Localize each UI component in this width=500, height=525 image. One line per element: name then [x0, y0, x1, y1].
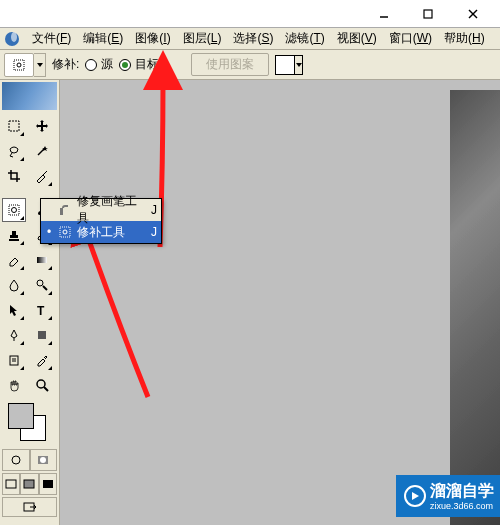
play-icon — [404, 485, 426, 507]
menu-file[interactable]: 文件(F) — [26, 28, 77, 49]
svg-rect-28 — [24, 480, 34, 488]
svg-rect-12 — [9, 205, 19, 215]
app-icon — [4, 31, 20, 47]
menubar: 文件(F) 编辑(E) 图像(I) 图层(L) 选择(S) 滤镜(T) 视图(V… — [0, 28, 500, 50]
stamp-tool[interactable] — [2, 223, 26, 247]
current-tool-well[interactable] — [4, 53, 34, 77]
toolbox: T — [0, 80, 60, 525]
menu-image[interactable]: 图像(I) — [129, 28, 176, 49]
svg-marker-36 — [412, 492, 419, 500]
jump-row — [2, 497, 57, 517]
svg-rect-32 — [60, 227, 70, 237]
healing-tool-flyout: 修复画笔工具 J • 修补工具 J — [40, 198, 162, 244]
svg-marker-8 — [37, 63, 43, 67]
svg-rect-27 — [6, 480, 16, 488]
svg-point-5 — [11, 32, 17, 42]
menu-view[interactable]: 视图(V) — [331, 28, 383, 49]
radio-target[interactable]: 目标 — [119, 56, 159, 73]
lasso-tool[interactable] — [2, 139, 26, 163]
pen-tool[interactable] — [2, 323, 26, 347]
screen-full-menu[interactable] — [20, 473, 38, 495]
slice-tool[interactable] — [30, 164, 54, 188]
menu-select[interactable]: 选择(S) — [227, 28, 279, 49]
move-tool[interactable] — [30, 114, 54, 138]
svg-point-33 — [63, 230, 67, 234]
foreground-color[interactable] — [8, 403, 34, 429]
svg-rect-29 — [43, 480, 53, 488]
svg-point-15 — [37, 280, 43, 286]
jump-to-button[interactable] — [2, 497, 57, 517]
annotation-arrow-2 — [78, 222, 178, 405]
svg-text:T: T — [37, 304, 45, 317]
menu-layer[interactable]: 图层(L) — [177, 28, 228, 49]
shape-tool[interactable] — [30, 323, 54, 347]
crop-tool[interactable] — [2, 164, 26, 188]
wand-tool[interactable] — [30, 139, 54, 163]
menu-help[interactable]: 帮助(H) — [438, 28, 491, 49]
menu-window[interactable]: 窗口(W) — [383, 28, 438, 49]
type-tool[interactable]: T — [30, 298, 54, 322]
svg-point-13 — [12, 208, 17, 213]
svg-marker-9 — [296, 63, 302, 67]
document-image — [450, 90, 500, 525]
path-select-tool[interactable] — [2, 298, 26, 322]
hand-tool[interactable] — [2, 373, 26, 397]
svg-line-23 — [44, 387, 48, 391]
blur-tool[interactable] — [2, 273, 26, 297]
minimize-button[interactable] — [362, 2, 406, 26]
healing-brush-icon — [57, 202, 73, 218]
svg-rect-6 — [14, 60, 24, 70]
svg-rect-14 — [37, 257, 47, 263]
use-pattern-button: 使用图案 — [191, 53, 269, 76]
tool-preset-dropdown[interactable] — [34, 53, 46, 77]
flyout-healing-brush[interactable]: 修复画笔工具 J — [41, 199, 161, 221]
watermark: 溜溜自学 zixue.3d66.com — [396, 475, 500, 517]
svg-point-22 — [37, 380, 45, 388]
svg-point-26 — [40, 457, 46, 463]
eraser-tool[interactable] — [2, 248, 26, 272]
eyedropper-tool[interactable] — [30, 348, 54, 372]
svg-rect-1 — [424, 10, 432, 18]
pattern-swatch[interactable] — [275, 55, 303, 75]
radio-source[interactable]: 源 — [85, 56, 113, 73]
svg-line-16 — [43, 286, 47, 290]
dodge-tool[interactable] — [30, 273, 54, 297]
tool-grid: T — [0, 112, 59, 399]
svg-rect-31 — [60, 208, 63, 215]
menu-edit[interactable]: 编辑(E) — [77, 28, 129, 49]
window-titlebar — [0, 0, 500, 28]
toolbox-header — [2, 82, 57, 110]
quickmask-mode[interactable] — [30, 449, 58, 471]
patch-label: 修补: — [52, 56, 79, 73]
svg-line-11 — [38, 148, 45, 155]
standard-mode[interactable] — [2, 449, 30, 471]
svg-rect-10 — [9, 121, 19, 131]
svg-rect-18 — [38, 331, 46, 339]
menu-filter[interactable]: 滤镜(T) — [279, 28, 330, 49]
close-button[interactable] — [450, 2, 496, 26]
healing-tool[interactable] — [2, 198, 26, 222]
options-bar: 修补: 源 目标 使用图案 — [0, 50, 500, 80]
color-swatches[interactable] — [4, 403, 55, 447]
svg-point-24 — [12, 456, 20, 464]
screen-full[interactable] — [39, 473, 57, 495]
screen-mode-row — [2, 473, 57, 495]
mask-mode-row — [2, 449, 57, 471]
notes-tool[interactable] — [2, 348, 26, 372]
marquee-tool[interactable] — [2, 114, 26, 138]
maximize-button[interactable] — [406, 2, 450, 26]
gradient-tool[interactable] — [30, 248, 54, 272]
flyout-patch-tool[interactable]: • 修补工具 J — [41, 221, 161, 243]
patch-tool-icon — [57, 224, 73, 240]
svg-point-7 — [17, 63, 21, 67]
zoom-tool[interactable] — [30, 373, 54, 397]
screen-standard[interactable] — [2, 473, 20, 495]
